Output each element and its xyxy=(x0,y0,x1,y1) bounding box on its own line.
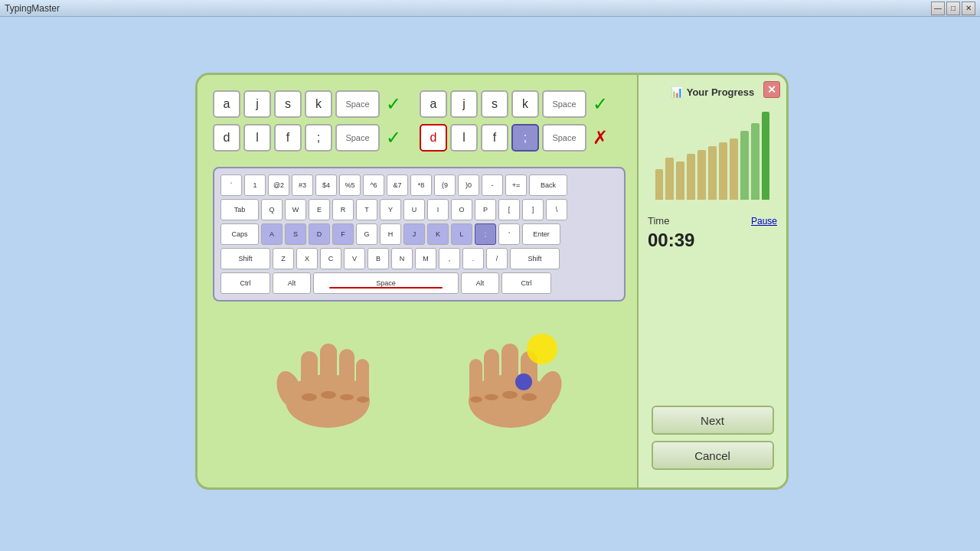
svg-point-8 xyxy=(340,394,354,400)
kb-f[interactable]: F xyxy=(332,223,354,245)
close-window-button[interactable]: ✕ xyxy=(962,2,975,15)
kb-v[interactable]: V xyxy=(344,248,365,269)
kb-k[interactable]: K xyxy=(427,223,449,245)
kb-semicolon[interactable]: ; xyxy=(475,223,496,245)
key-a-2: a xyxy=(420,90,447,118)
pause-button[interactable]: Pause xyxy=(751,216,777,227)
kb-rbracket[interactable]: ] xyxy=(522,199,544,220)
kb-n[interactable]: N xyxy=(391,248,413,269)
kb-a[interactable]: A xyxy=(261,223,283,245)
kb-backslash[interactable]: \ xyxy=(546,199,567,220)
hands-area xyxy=(213,309,626,432)
kb-q[interactable]: Q xyxy=(261,199,283,220)
key-j-1: j xyxy=(243,90,271,118)
kb-t[interactable]: T xyxy=(356,199,377,220)
kb-shift-left[interactable]: Shift xyxy=(220,248,270,269)
kb-e[interactable]: E xyxy=(309,199,330,220)
key-d-2: d xyxy=(420,124,447,152)
kb-j[interactable]: J xyxy=(403,223,425,245)
kb-3[interactable]: #3 xyxy=(292,174,313,196)
kb-minus[interactable]: - xyxy=(482,174,503,196)
next-button[interactable]: Next xyxy=(652,406,774,435)
kb-row-qwerty: Tab Q W E R T Y U I O P [ ] \ xyxy=(220,199,618,220)
chart-bar-11 xyxy=(762,112,770,200)
chart-bar-1 xyxy=(655,169,664,200)
kb-backtick[interactable]: ` xyxy=(220,174,242,196)
kb-alt-left[interactable]: Alt xyxy=(273,272,311,294)
kb-shift-right[interactable]: Shift xyxy=(510,248,560,269)
maximize-button[interactable]: □ xyxy=(946,2,960,15)
kb-row-zxcv: Shift Z X C V B N M , . / Shift xyxy=(220,248,618,269)
kb-h[interactable]: H xyxy=(380,223,401,245)
key-semi-1: ; xyxy=(305,124,332,152)
window-controls: — □ ✕ xyxy=(931,2,975,15)
kb-ctrl-right[interactable]: Ctrl xyxy=(501,272,551,294)
key-semi-2-active: ; xyxy=(511,124,539,152)
kb-alt-right[interactable]: Alt xyxy=(461,272,499,294)
kb-caps[interactable]: Caps xyxy=(220,223,259,245)
kb-quote[interactable]: ' xyxy=(498,223,520,245)
kb-8[interactable]: *8 xyxy=(410,174,432,196)
kb-m[interactable]: M xyxy=(415,248,436,269)
progress-chart-icon: 📊 xyxy=(671,86,683,98)
kb-row-bottom: Ctrl Alt Space Alt Ctrl xyxy=(220,272,618,294)
main-container: a j s k Space ✓ a j s k Space ✓ d l f ; xyxy=(195,73,789,490)
kb-comma[interactable]: , xyxy=(439,248,460,269)
cancel-button[interactable]: Cancel xyxy=(652,441,774,470)
minimize-button[interactable]: — xyxy=(931,2,945,15)
kb-5[interactable]: %5 xyxy=(339,174,361,196)
key-a-1: a xyxy=(213,90,240,118)
kb-c[interactable]: C xyxy=(320,248,341,269)
kb-1[interactable]: 1 xyxy=(244,174,266,196)
check-2: ✓ xyxy=(593,93,608,115)
kb-7[interactable]: &7 xyxy=(387,174,408,196)
kb-slash[interactable]: / xyxy=(486,248,508,269)
kb-equals[interactable]: += xyxy=(505,174,527,196)
kb-lbracket[interactable]: [ xyxy=(498,199,520,220)
kb-i[interactable]: I xyxy=(427,199,449,220)
chart-bar-8 xyxy=(730,139,738,200)
practice-row-2: d l f ; Space ✓ d l f ; Space ✗ xyxy=(213,124,626,152)
kb-g[interactable]: G xyxy=(356,223,377,245)
kb-w[interactable]: W xyxy=(285,199,306,220)
kb-0[interactable]: )0 xyxy=(458,174,479,196)
kb-4[interactable]: $4 xyxy=(315,174,337,196)
kb-l[interactable]: L xyxy=(451,223,472,245)
kb-period[interactable]: . xyxy=(462,248,484,269)
time-section: Time Pause 00:39 xyxy=(648,215,777,251)
kb-o[interactable]: O xyxy=(451,199,472,220)
kb-d[interactable]: D xyxy=(309,223,330,245)
kb-space[interactable]: Space xyxy=(313,272,459,294)
practice-row-1: a j s k Space ✓ a j s k Space ✓ xyxy=(213,90,626,118)
svg-point-18 xyxy=(485,394,498,400)
kb-s[interactable]: S xyxy=(285,223,306,245)
kb-p[interactable]: P xyxy=(475,199,496,220)
time-label-row: Time Pause xyxy=(648,215,777,227)
kb-row-asdf: Caps A S D F G H J K L ; ' Enter xyxy=(220,223,618,245)
kb-9[interactable]: (9 xyxy=(434,174,456,196)
kb-r[interactable]: R xyxy=(332,199,354,220)
kb-6[interactable]: ^6 xyxy=(363,174,384,196)
close-button[interactable]: ✕ xyxy=(763,81,780,98)
app-title: TypingMaster xyxy=(5,3,931,14)
svg-rect-5 xyxy=(356,359,369,401)
svg-point-6 xyxy=(302,393,317,401)
kb-y[interactable]: Y xyxy=(380,199,401,220)
svg-rect-15 xyxy=(469,359,482,401)
space-line xyxy=(329,287,443,289)
chart-bar-9 xyxy=(740,131,749,200)
kb-backspace[interactable]: Back xyxy=(529,174,567,196)
keyboard: ` 1 @2 #3 $4 %5 ^6 &7 *8 (9 )0 - += Back… xyxy=(213,167,626,302)
kb-tab[interactable]: Tab xyxy=(220,199,259,220)
kb-enter[interactable]: Enter xyxy=(522,223,560,245)
practice-area: a j s k Space ✓ a j s k Space ✓ d l f ; xyxy=(213,90,626,152)
kb-z[interactable]: Z xyxy=(273,248,294,269)
kb-ctrl-left[interactable]: Ctrl xyxy=(220,272,270,294)
kb-2[interactable]: @2 xyxy=(268,174,289,196)
kb-b[interactable]: B xyxy=(368,248,389,269)
kb-u[interactable]: U xyxy=(403,199,425,220)
close-icon: ✕ xyxy=(767,83,776,96)
progress-title-text: Your Progress xyxy=(687,86,755,98)
svg-point-9 xyxy=(357,396,369,403)
kb-x[interactable]: X xyxy=(296,248,318,269)
